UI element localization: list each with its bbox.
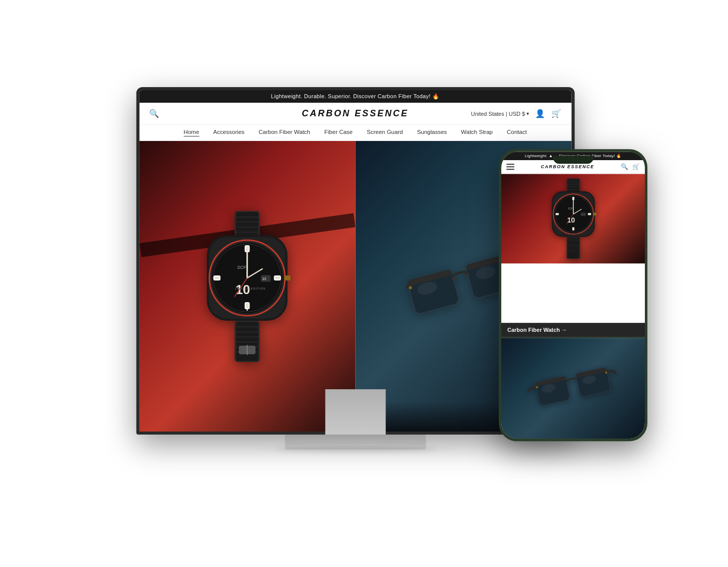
nav-carbon-fiber-watch[interactable]: Carbon Fiber Watch: [258, 129, 310, 136]
svg-rect-69: [580, 213, 585, 216]
phone-logo: CARBON ESSENCE: [541, 164, 594, 169]
phone-watch-card[interactable]: 10 SCF: [501, 174, 645, 337]
header-right: United States | USD $ ▾ 👤 🛒: [471, 109, 561, 118]
search-icon[interactable]: 🔍: [149, 109, 159, 118]
scene: Lightweight. Durable. Superior. Discover…: [0, 0, 728, 567]
monitor-reflection: [254, 444, 456, 454]
svg-text:SCF: SCF: [568, 207, 573, 210]
phone-content: 10 SCF: [501, 174, 645, 439]
nav-accessories[interactable]: Accessories: [213, 129, 244, 136]
nav-home[interactable]: Home: [184, 129, 200, 136]
svg-text:10: 10: [262, 277, 267, 280]
phone-card-label-text: Carbon Fiber Watch →: [507, 327, 567, 333]
svg-rect-29: [236, 322, 258, 361]
phone-sunglasses-image: [523, 352, 623, 425]
phone-header-icons: 🔍 🛒: [621, 163, 640, 170]
account-icon[interactable]: 👤: [535, 109, 545, 118]
phone-card-label[interactable]: Carbon Fiber Watch →: [501, 323, 645, 337]
svg-rect-75: [567, 238, 579, 259]
nav-fiber-case[interactable]: Fiber Case: [324, 129, 353, 136]
svg-rect-16: [245, 303, 249, 309]
svg-text:SCF: SCF: [237, 265, 247, 270]
phone-watch-image: 10 SCF: [541, 178, 606, 259]
announcement-bar: Lightweight. Durable. Superior. Discover…: [139, 90, 571, 103]
hero-left-panel: 10 SCF 10: [139, 141, 355, 432]
nav-screen-guard[interactable]: Screen Guard: [367, 129, 403, 136]
watch-image: 10 SCF 10: [187, 211, 308, 362]
svg-rect-23: [285, 275, 291, 280]
phone: Lightweight. ▲ ... Discover Carbon Fiber…: [499, 149, 647, 441]
phone-sunglasses-card[interactable]: [501, 338, 645, 439]
announcement-text: Lightweight. Durable. Superior. Discover…: [271, 93, 439, 99]
svg-rect-70: [593, 213, 596, 216]
phone-card-hero: 10 SCF: [501, 174, 645, 263]
dropdown-icon: ▾: [526, 111, 529, 116]
svg-rect-1: [236, 212, 258, 238]
region-selector[interactable]: United States | USD $ ▾: [471, 111, 529, 117]
site-header: 🔍 CARBON ESSENCE United States | USD $ ▾…: [139, 103, 571, 125]
svg-rect-53: [567, 179, 579, 192]
cart-icon[interactable]: 🛒: [551, 109, 561, 118]
monitor-neck: [325, 389, 385, 435]
site-logo: CARBON ESSENCE: [302, 108, 409, 119]
svg-rect-17: [214, 276, 220, 280]
site-nav: Home Accessories Carbon Fiber Watch Fibe…: [139, 125, 571, 141]
phone-search-icon[interactable]: 🔍: [621, 163, 628, 170]
svg-rect-66: [587, 213, 590, 215]
svg-rect-18: [275, 276, 281, 280]
svg-rect-65: [555, 213, 558, 215]
nav-contact[interactable]: Contact: [507, 129, 527, 136]
phone-screen: Lightweight. ▲ ... Discover Carbon Fiber…: [501, 152, 645, 439]
svg-text:LIMITED EDITION: LIMITED EDITION: [235, 287, 266, 290]
svg-rect-64: [572, 227, 574, 230]
phone-cart-icon[interactable]: 🛒: [632, 163, 640, 170]
region-text: United States | USD $: [471, 111, 525, 117]
phone-frame: Lightweight. ▲ ... Discover Carbon Fiber…: [499, 149, 647, 441]
hamburger-menu[interactable]: [506, 164, 514, 170]
phone-notch: [553, 156, 593, 164]
nav-watch-strap[interactable]: Watch Strap: [461, 129, 493, 136]
nav-sunglasses[interactable]: Sunglasses: [417, 129, 447, 136]
header-left: 🔍: [149, 109, 159, 118]
